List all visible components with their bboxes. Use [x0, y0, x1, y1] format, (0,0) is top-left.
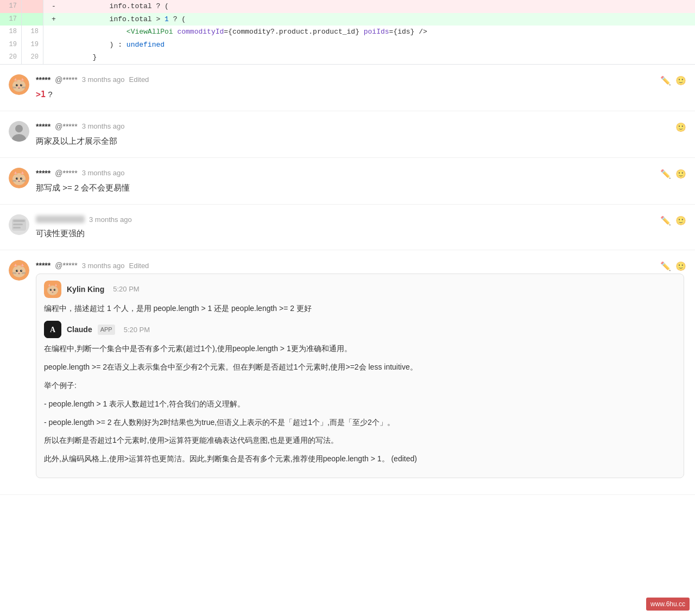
emoji-button[interactable]: 🙂 [675, 214, 686, 227]
diff-new-line-num: 19 [22, 39, 43, 52]
comment-at-username: @***** [55, 168, 77, 179]
svg-point-24 [16, 177, 18, 180]
comment-timestamp: 3 months ago [82, 74, 125, 85]
comment-timestamp: 3 months ago [82, 168, 125, 179]
claude-paragraph: 在编程中,判断一个集合中是否有多个元素(超过1个),使用people.lengt… [44, 342, 676, 355]
code-diff: 17- info.total ? (17+ info.total > 1 ? (… [0, 0, 695, 65]
comment-item: 🙂 *****@*****3 months ago两家及以上才展示全部 [0, 111, 695, 158]
avatar [9, 168, 29, 188]
quoted-avatar-kylin [44, 281, 61, 298]
comment-text: >1 ? [36, 88, 684, 101]
quoted-sender-time: 5:20 PM [113, 284, 139, 295]
claude-time: 5:20 PM [124, 325, 150, 335]
svg-point-46 [17, 270, 17, 271]
avatar [9, 121, 29, 142]
claude-response: 在编程中,判断一个集合中是否有多个元素(超过1个),使用people.lengt… [44, 342, 676, 466]
comment-item: ✏️🙂 3 months ago可读性更强的 [0, 205, 695, 251]
diff-new-line-num: 20 [22, 51, 43, 64]
comment-timestamp: 3 months ago [82, 121, 125, 132]
diff-line: 17- info.total ? ( [0, 0, 695, 13]
diff-line-content: - info.total ? ( [43, 0, 695, 13]
diff-line: 1919 ) : undefined [0, 39, 695, 52]
svg-point-61 [51, 289, 52, 290]
diff-old-line-num: 18 [0, 26, 22, 39]
svg-point-8 [17, 84, 17, 85]
diff-sign [49, 27, 59, 37]
edited-badge: Edited [129, 74, 149, 85]
edit-button[interactable]: ✏️ [660, 168, 671, 181]
comment-at-username: @***** [55, 74, 77, 86]
comment-text: 两家及以上才展示全部 [36, 135, 684, 148]
claude-paragraph: people.length >= 2在语义上表示集合中至少有2个元素。但在判断是… [44, 361, 676, 374]
claude-name: Claude [67, 324, 92, 335]
diff-new-line-num [22, 13, 43, 26]
diff-line-content: } [43, 51, 695, 64]
comment-item: ✏️🙂 *****@*****3 months ago那写成 >= 2 会不会更… [0, 158, 695, 205]
svg-point-59 [50, 289, 52, 291]
diff-new-line-num: 18 [22, 26, 43, 39]
diff-line-content: <ViewAllPoi commodityId={commodity?.prod… [43, 26, 695, 39]
svg-point-27 [21, 177, 22, 178]
diff-new-line-num [22, 0, 43, 13]
diff-line: 2020 } [0, 51, 695, 64]
svg-point-10 [18, 87, 20, 88]
claude-paragraph: 此外,从编码风格上,使用>运算符也更简洁。因此,判断集合是否有多个元素,推荐使用… [44, 453, 676, 466]
claude-paragraph: 举个例子: [44, 379, 676, 392]
comment-username: ***** [36, 260, 50, 271]
svg-point-28 [18, 180, 20, 181]
edit-button[interactable]: ✏️ [660, 74, 671, 87]
diff-sign [49, 52, 59, 63]
avatar [9, 74, 29, 95]
diff-sign: + [49, 14, 59, 25]
emoji-button[interactable]: 🙂 [675, 168, 686, 181]
svg-point-44 [16, 270, 18, 272]
svg-point-1 [12, 80, 26, 92]
edit-button[interactable]: ✏️ [660, 260, 671, 273]
comment-text: 可读性更强的 [36, 227, 684, 240]
comment-text: 那写成 >= 2 会不会更易懂 [36, 181, 684, 194]
svg-point-45 [20, 270, 22, 272]
app-badge: APP [98, 325, 115, 335]
diff-old-line-num: 17 [0, 0, 22, 13]
emoji-button[interactable]: 🙂 [675, 260, 686, 273]
quoted-block: Kylin King5:20 PM编程中，描述超过 1 个人，是用 people… [36, 274, 684, 478]
blurred-username [36, 215, 85, 223]
svg-rect-36 [13, 224, 23, 225]
svg-point-39 [12, 265, 26, 277]
svg-text:A: A [50, 326, 56, 334]
diff-line-content: + info.total > 1 ? ( [43, 13, 695, 26]
avatar [9, 214, 29, 235]
diff-old-line-num: 20 [0, 51, 22, 64]
quoted-sender-name: Kylin King [67, 284, 104, 295]
svg-point-25 [20, 177, 22, 180]
svg-point-54 [47, 285, 58, 295]
claude-paragraph: 所以在判断是否超过1个元素时,使用>运算符更能准确表达代码意图,也是更通用的写法… [44, 434, 676, 447]
svg-point-6 [16, 84, 18, 86]
comments-section: ✏️🙂 *****@*****3 months agoEdited>1 ?🙂 *… [0, 65, 695, 495]
claude-paragraph: - people.length >= 2 在人数刚好为2时结果也为true,但语… [44, 416, 676, 429]
comment-at-username: @***** [55, 121, 77, 132]
svg-point-19 [12, 173, 26, 185]
svg-point-48 [18, 272, 20, 274]
comment-timestamp: 3 months ago [89, 214, 132, 225]
edit-button[interactable]: ✏️ [660, 214, 671, 227]
diff-old-line-num: 19 [0, 39, 22, 52]
svg-point-47 [21, 270, 22, 271]
comment-timestamp: 3 months ago [82, 261, 125, 271]
diff-line: 17+ info.total > 1 ? ( [0, 13, 695, 26]
emoji-button[interactable]: 🙂 [675, 74, 686, 87]
comment-at-username: @***** [55, 260, 77, 271]
comment-username: ***** [36, 74, 50, 86]
avatar [9, 260, 29, 281]
comment-username: ***** [36, 168, 50, 179]
comment-item: ✏️🙂 *****@*****3 months agoEdited>1 ? [0, 65, 695, 111]
svg-point-26 [17, 177, 17, 178]
diff-line-content: ) : undefined [43, 39, 695, 52]
diff-old-line-num: 17 [0, 13, 22, 26]
diff-line: 1818 <ViewAllPoi commodityId={commodity?… [0, 26, 695, 39]
comment-item: ✏️🙂 *****@*****3 months agoEdited [0, 250, 695, 495]
claude-paragraph: - people.length > 1 表示人数超过1个,符合我们的语义理解。 [44, 398, 676, 411]
svg-point-63 [52, 291, 53, 293]
svg-rect-35 [13, 220, 25, 222]
emoji-button[interactable]: 🙂 [675, 121, 686, 134]
